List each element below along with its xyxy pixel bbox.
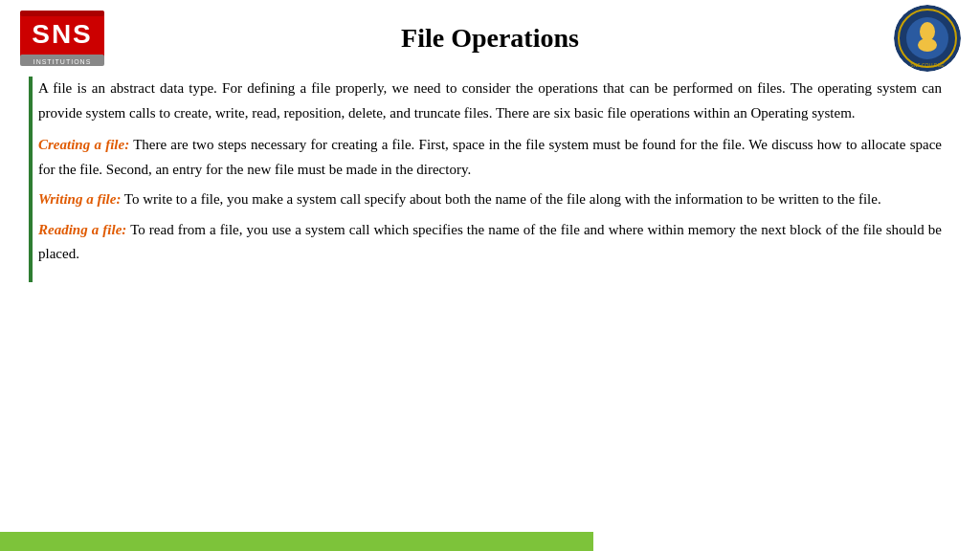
svg-text:SNS COLLEGE: SNS COLLEGE xyxy=(910,62,945,68)
left-accent-bar xyxy=(29,77,33,282)
reading-label: Reading a file: xyxy=(38,222,126,237)
writing-section: Writing a file: To write to a file, you … xyxy=(38,187,942,212)
svg-text:SNS: SNS xyxy=(32,19,93,49)
header: SNS INSTITUTIONS File Operations SNS COL… xyxy=(0,0,980,77)
svg-point-9 xyxy=(918,38,937,52)
intro-paragraph: A file is an abstract data type. For def… xyxy=(38,77,942,125)
reading-section: Reading a file: To read from a file, you… xyxy=(38,218,942,267)
reading-text: To read from a file, you use a system ca… xyxy=(38,222,942,262)
svg-text:INSTITUTIONS: INSTITUTIONS xyxy=(33,58,92,65)
sns-logo-container: SNS INSTITUTIONS xyxy=(19,10,105,67)
writing-text: To write to a file, you make a system ca… xyxy=(121,191,880,207)
footer-bar xyxy=(0,532,593,551)
creating-section: Creating a file: There are two steps nec… xyxy=(38,133,942,182)
college-logo-container: SNS COLLEGE xyxy=(894,5,961,72)
content-area: A file is an abstract data type. For def… xyxy=(0,77,980,282)
page-title: File Operations xyxy=(401,23,579,54)
svg-rect-2 xyxy=(20,11,104,16)
creating-label: Creating a file: xyxy=(38,137,129,152)
creating-text: There are two steps necessary for creati… xyxy=(38,137,942,177)
writing-label: Writing a file: xyxy=(38,191,121,207)
